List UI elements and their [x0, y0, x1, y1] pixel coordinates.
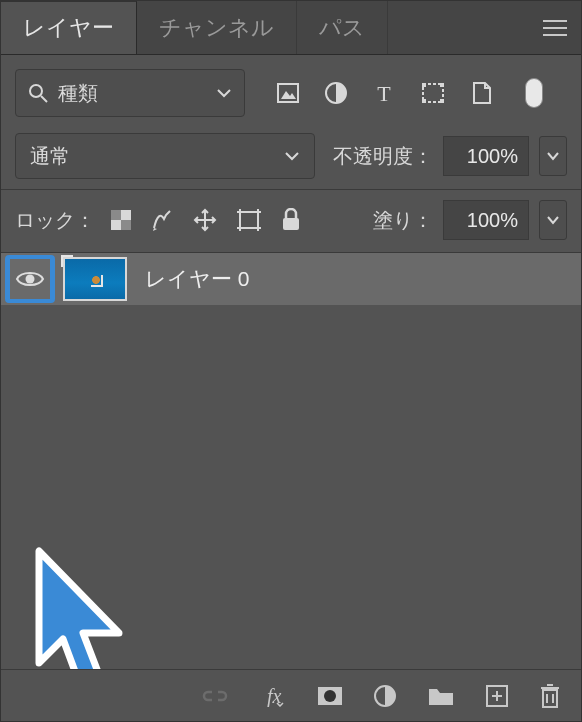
lock-position-icon[interactable] — [193, 208, 217, 232]
chevron-down-icon — [284, 151, 300, 161]
new-group-icon[interactable] — [427, 685, 455, 707]
search-icon — [28, 83, 48, 103]
tab-layers[interactable]: レイヤー — [1, 1, 137, 54]
filter-type-label: 種類 — [58, 80, 98, 107]
filter-shape-icon[interactable] — [421, 82, 445, 104]
lock-row: ロック： 塗り： 100% — [1, 190, 581, 253]
link-layers-icon[interactable] — [201, 688, 229, 704]
svg-rect-19 — [240, 212, 258, 228]
layer-mask-icon[interactable] — [317, 686, 343, 706]
layer-row[interactable]: レイヤー 0 — [1, 253, 581, 305]
filter-type-dropdown[interactable]: 種類 — [15, 69, 245, 117]
layer-thumbnail[interactable] — [59, 255, 131, 303]
opacity-stepper[interactable] — [539, 136, 567, 176]
lock-image-icon[interactable] — [151, 209, 173, 231]
layer-style-icon[interactable]: fx — [259, 685, 287, 707]
eye-icon — [15, 269, 45, 289]
lock-label: ロック： — [15, 207, 95, 234]
tab-paths[interactable]: パス — [297, 1, 388, 54]
fill-stepper[interactable] — [539, 200, 567, 240]
svg-rect-12 — [422, 99, 426, 103]
layer-visibility-toggle[interactable] — [10, 259, 50, 299]
svg-rect-5 — [278, 84, 298, 102]
svg-marker-6 — [281, 91, 296, 99]
svg-text:T: T — [377, 82, 391, 104]
layers-list: レイヤー 0 — [1, 253, 581, 722]
chevron-down-icon — [216, 88, 232, 98]
new-layer-icon[interactable] — [485, 684, 509, 708]
svg-point-25 — [26, 275, 35, 284]
blend-row: 通常 不透明度： 100% — [1, 127, 581, 190]
svg-rect-15 — [111, 210, 121, 220]
svg-text:fx: fx — [267, 685, 282, 707]
filter-type-text-icon[interactable]: T — [373, 82, 395, 104]
svg-rect-10 — [422, 83, 426, 87]
blend-mode-dropdown[interactable]: 通常 — [15, 133, 315, 179]
fill-label: 塗り： — [373, 207, 433, 234]
fill-input[interactable]: 100% — [443, 200, 529, 240]
tab-channels[interactable]: チャンネル — [137, 1, 297, 54]
filter-smartobject-icon[interactable] — [471, 81, 493, 105]
delete-layer-icon[interactable] — [539, 683, 561, 709]
adjustment-layer-icon[interactable] — [373, 684, 397, 708]
filter-pixel-icon[interactable] — [277, 83, 299, 103]
svg-line-4 — [41, 96, 47, 102]
svg-rect-16 — [121, 220, 131, 230]
panel-footer: fx — [1, 669, 581, 721]
svg-rect-13 — [440, 99, 444, 103]
blend-mode-label: 通常 — [30, 143, 70, 170]
lock-artboard-icon[interactable] — [237, 209, 261, 231]
opacity-label: 不透明度： — [333, 143, 433, 170]
panel-menu-button[interactable] — [543, 1, 567, 54]
visibility-highlight — [5, 255, 55, 303]
svg-rect-33 — [543, 690, 557, 707]
filter-adjustment-icon[interactable] — [325, 82, 347, 104]
svg-rect-24 — [283, 218, 299, 230]
svg-rect-11 — [440, 83, 444, 87]
filter-toggle-switch[interactable] — [525, 78, 543, 108]
panel-tabs: レイヤー チャンネル パス — [1, 1, 581, 55]
opacity-input[interactable]: 100% — [443, 136, 529, 176]
lock-all-icon[interactable] — [281, 208, 301, 232]
lock-transparency-icon[interactable] — [111, 210, 131, 230]
layer-name[interactable]: レイヤー 0 — [145, 265, 250, 293]
svg-point-3 — [30, 85, 42, 97]
svg-point-28 — [324, 690, 336, 702]
filter-row: 種類 T — [1, 55, 581, 127]
